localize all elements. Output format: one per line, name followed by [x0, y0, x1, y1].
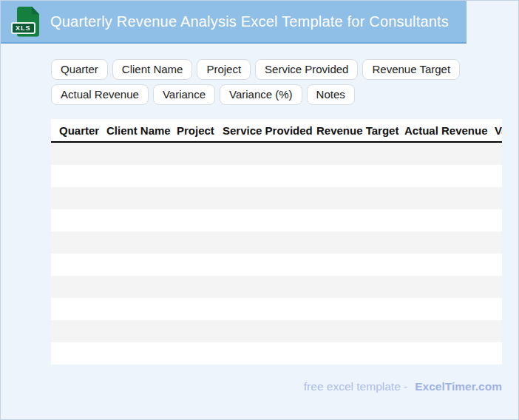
table-row: [51, 342, 502, 365]
table-cell: [223, 209, 316, 231]
footer-brand-link[interactable]: ExcelTimer.com: [415, 380, 502, 393]
table-cell: [404, 231, 495, 254]
chip-quarter[interactable]: Quarter: [51, 59, 108, 80]
table-cell: [223, 276, 316, 298]
table-cell: [177, 276, 223, 298]
xls-file-icon: XLS: [16, 7, 39, 37]
table-cell: [51, 142, 106, 165]
table-cell: [51, 254, 106, 276]
table-cell: [316, 187, 404, 209]
table-cell: [51, 231, 106, 254]
table-cell: [223, 298, 316, 320]
table-row: [51, 209, 502, 231]
col-header-service-provided: Service Provided: [223, 119, 316, 142]
table-cell: [495, 276, 502, 298]
table-cell: [316, 298, 404, 320]
table-row: [51, 231, 502, 254]
col-header-project: Project: [177, 119, 223, 142]
table-cell: [404, 142, 495, 165]
table-cell: [316, 209, 404, 231]
table-cell: [404, 165, 495, 187]
table-cell: [51, 320, 106, 342]
chip-actual-revenue[interactable]: Actual Revenue: [51, 84, 149, 105]
table-row: [51, 298, 502, 320]
table-cell: [495, 298, 502, 320]
table-header-row: Quarter Client Name Project Service Prov…: [51, 119, 502, 142]
chip-project[interactable]: Project: [197, 59, 251, 80]
table-cell: [404, 342, 495, 365]
table-cell: [106, 231, 177, 254]
table-cell: [495, 254, 502, 276]
table-cell: [495, 342, 502, 365]
page-title: Quarterly Revenue Analysis Excel Templat…: [50, 13, 449, 30]
table-cell: [177, 254, 223, 276]
header-bar: XLS Quarterly Revenue Analysis Excel Tem…: [1, 1, 467, 44]
table-cell: [177, 209, 223, 231]
table-cell: [223, 342, 316, 365]
table-cell: [177, 231, 223, 254]
table-cell: [316, 165, 404, 187]
table-cell: [316, 142, 404, 165]
table-cell: [106, 298, 177, 320]
table-row: [51, 276, 502, 298]
table-cell: [106, 276, 177, 298]
table-row: [51, 165, 502, 187]
table-cell: [404, 187, 495, 209]
table-cell: [223, 320, 316, 342]
chip-revenue-target[interactable]: Revenue Target: [362, 59, 460, 80]
table-cell: [177, 187, 223, 209]
table-cell: [106, 320, 177, 342]
table-cell: [495, 231, 502, 254]
table-cell: [106, 142, 177, 165]
col-header-actual-revenue: Actual Revenue: [404, 119, 495, 142]
footer-credit: free excel template -ExcelTimer.com: [304, 380, 502, 393]
table-cell: [223, 254, 316, 276]
table-row: [51, 142, 502, 165]
table-cell: [106, 209, 177, 231]
table-row: [51, 254, 502, 276]
table-cell: [404, 276, 495, 298]
table-cell: [223, 142, 316, 165]
table-cell: [106, 165, 177, 187]
xls-badge-label: XLS: [11, 22, 35, 34]
table-row: [51, 187, 502, 209]
table-cell: [316, 320, 404, 342]
table-cell: [51, 209, 106, 231]
table-cell: [51, 276, 106, 298]
table-cell: [316, 342, 404, 365]
table-body: [51, 142, 502, 365]
table-row: [51, 320, 502, 342]
spreadsheet-preview: Quarter Client Name Project Service Prov…: [51, 119, 502, 365]
table-cell: [106, 254, 177, 276]
table-cell: [495, 142, 502, 165]
table-cell: [177, 320, 223, 342]
table-cell: [495, 187, 502, 209]
table-cell: [51, 298, 106, 320]
table-cell: [316, 231, 404, 254]
table-cell: [223, 187, 316, 209]
table-cell: [404, 209, 495, 231]
col-header-variance: Variance: [495, 119, 502, 142]
table-cell: [495, 209, 502, 231]
field-chip-list: Quarter Client Name Project Service Prov…: [51, 59, 483, 105]
table-cell: [177, 342, 223, 365]
table-cell: [223, 165, 316, 187]
chip-notes[interactable]: Notes: [307, 84, 355, 105]
table-cell: [106, 342, 177, 365]
chip-variance-pct[interactable]: Variance (%): [220, 84, 302, 105]
chip-service-provided[interactable]: Service Provided: [255, 59, 358, 80]
table-cell: [177, 165, 223, 187]
col-header-revenue-target: Revenue Target: [316, 119, 404, 142]
table-cell: [495, 165, 502, 187]
chip-client-name[interactable]: Client Name: [112, 59, 193, 80]
col-header-quarter: Quarter: [51, 119, 106, 142]
table-cell: [177, 142, 223, 165]
table-cell: [404, 320, 495, 342]
chip-variance[interactable]: Variance: [153, 84, 215, 105]
col-header-client-name: Client Name: [106, 119, 177, 142]
table-cell: [404, 254, 495, 276]
table-cell: [223, 231, 316, 254]
table-cell: [51, 187, 106, 209]
table-cell: [316, 276, 404, 298]
table-cell: [316, 254, 404, 276]
